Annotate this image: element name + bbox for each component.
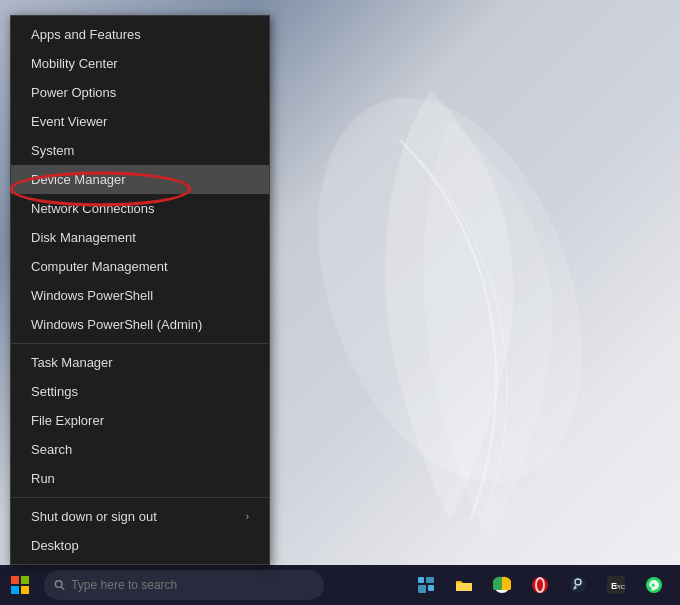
menu-item-event-viewer[interactable]: Event Viewer (11, 107, 269, 136)
menu-item-label-windows-powershell: Windows PowerShell (31, 288, 153, 303)
folder-icon (455, 576, 473, 594)
svg-rect-10 (428, 585, 434, 591)
svg-rect-1 (11, 576, 19, 584)
menu-item-label-power-options: Power Options (31, 85, 116, 100)
menu-item-system[interactable]: System (11, 136, 269, 165)
opera-taskbar[interactable] (522, 567, 558, 603)
submenu-arrow-shut-down: › (246, 511, 249, 522)
menu-item-label-system: System (31, 143, 74, 158)
menu-item-search[interactable]: Search (11, 435, 269, 464)
menu-item-apps-features[interactable]: Apps and Features (11, 20, 269, 49)
menu-divider (11, 343, 269, 344)
context-menu: Apps and FeaturesMobility CenterPower Op… (10, 15, 270, 565)
menu-item-label-desktop: Desktop (31, 538, 79, 553)
menu-item-label-computer-management: Computer Management (31, 259, 168, 274)
menu-item-computer-management[interactable]: Computer Management (11, 252, 269, 281)
taskbar: E PIC (0, 565, 680, 605)
menu-item-label-windows-powershell-admin: Windows PowerShell (Admin) (31, 317, 202, 332)
menu-item-label-task-manager: Task Manager (31, 355, 113, 370)
menu-item-label-disk-management: Disk Management (31, 230, 136, 245)
desktop-wallpaper-art (250, 40, 600, 540)
menu-item-label-run: Run (31, 471, 55, 486)
taskbar-search[interactable] (44, 570, 324, 600)
menu-item-power-options[interactable]: Power Options (11, 78, 269, 107)
menu-item-label-network-connections: Network Connections (31, 201, 155, 216)
windows-logo-icon (11, 576, 29, 594)
svg-rect-8 (426, 577, 434, 583)
menu-item-mobility-center[interactable]: Mobility Center (11, 49, 269, 78)
svg-point-5 (55, 581, 62, 588)
svg-rect-2 (21, 576, 29, 584)
svg-rect-7 (418, 577, 424, 583)
opera-icon (531, 576, 549, 594)
menu-item-label-search: Search (31, 442, 72, 457)
menu-item-windows-powershell[interactable]: Windows PowerShell (11, 281, 269, 310)
desktop: Apps and FeaturesMobility CenterPower Op… (0, 0, 680, 605)
menu-item-windows-powershell-admin[interactable]: Windows PowerShell (Admin) (11, 310, 269, 339)
search-icon (54, 579, 65, 591)
taskview-icon (418, 577, 434, 593)
menu-item-shut-down[interactable]: Shut down or sign out› (11, 502, 269, 531)
chrome-taskbar[interactable] (484, 567, 520, 603)
menu-item-label-event-viewer: Event Viewer (31, 114, 107, 129)
start-button[interactable] (0, 565, 40, 605)
search-input[interactable] (71, 578, 314, 592)
menu-item-desktop[interactable]: Desktop (11, 531, 269, 560)
svg-rect-11 (456, 583, 472, 591)
menu-item-label-device-manager: Device Manager (31, 172, 126, 187)
menu-item-run[interactable]: Run (11, 464, 269, 493)
svg-text:PIC: PIC (615, 584, 625, 590)
menu-item-device-manager[interactable]: Device Manager (11, 165, 269, 194)
menu-item-task-manager[interactable]: Task Manager (11, 348, 269, 377)
whatsapp-icon (645, 576, 663, 594)
chrome-icon (493, 576, 511, 594)
menu-divider (11, 497, 269, 498)
svg-rect-9 (418, 585, 426, 593)
menu-item-label-file-explorer: File Explorer (31, 413, 104, 428)
whatsapp-taskbar[interactable] (636, 567, 672, 603)
svg-rect-3 (11, 586, 19, 594)
menu-item-label-shut-down: Shut down or sign out (31, 509, 157, 524)
svg-point-14 (532, 577, 548, 593)
menu-item-settings[interactable]: Settings (11, 377, 269, 406)
svg-rect-4 (21, 586, 29, 594)
menu-item-label-apps-features: Apps and Features (31, 27, 141, 42)
taskbar-icons: E PIC (408, 567, 680, 603)
svg-line-6 (61, 587, 64, 590)
menu-item-label-mobility-center: Mobility Center (31, 56, 118, 71)
menu-item-network-connections[interactable]: Network Connections (11, 194, 269, 223)
epic-taskbar[interactable]: E PIC (598, 567, 634, 603)
steam-icon (569, 576, 587, 594)
taskview-button[interactable] (408, 567, 444, 603)
epic-icon: E PIC (607, 576, 625, 594)
menu-item-file-explorer[interactable]: File Explorer (11, 406, 269, 435)
menu-item-label-settings: Settings (31, 384, 78, 399)
steam-taskbar[interactable] (560, 567, 596, 603)
file-explorer-taskbar[interactable] (446, 567, 482, 603)
menu-item-disk-management[interactable]: Disk Management (11, 223, 269, 252)
